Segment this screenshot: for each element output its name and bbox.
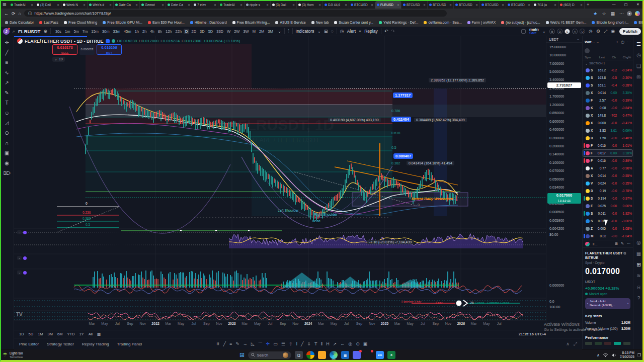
tab-close-icon[interactable]: ✕ [528,3,530,7]
price-pill-2[interactable]: 0.411404 [391,117,411,122]
favorite-tool-icon[interactable]: ╱ [223,341,226,346]
favorite-tool-icon[interactable]: Ⅰ [296,341,297,346]
watchlist-row[interactable]: F 0.017 0.00 3.18% [583,149,633,157]
rail-icon[interactable]: ❏ [636,63,641,69]
buy-button[interactable]: 0.016206BUY [97,44,122,55]
browser-tab[interactable]: (3) Dail ✕ [35,1,61,9]
browser-action-icon[interactable]: ▦ [610,11,615,16]
quick-alert-icon[interactable]: ◷ [589,29,593,34]
pane2-header[interactable]: ⌄ [17,256,27,260]
symbol-search-icon[interactable]: ⌕ [13,29,15,34]
layout-dot[interactable]: B [549,29,555,34]
price-pill-1[interactable]: 1.177317 [393,93,413,98]
wifi-icon[interactable] [603,353,608,357]
favorite-tool-icon[interactable]: ‖ [321,341,323,346]
favorite-tool-icon[interactable]: ✛ [266,341,270,346]
interval-button[interactable]: 2W [232,29,241,34]
interval-button[interactable]: 15m [90,29,100,34]
browser-tab[interactable]: DJI 44,6 ✕ [323,1,349,9]
footer-symbol[interactable]: F... [593,242,597,246]
rail-icon[interactable]: ✉ [636,74,640,80]
notification-center-icon[interactable]: ❐ [637,353,641,357]
tab-close-icon[interactable]: ✕ [475,3,478,7]
tab-close-icon[interactable]: ✕ [371,3,373,7]
watchlist-row[interactable]: S 163.2 -0.2 -0.24% [583,66,633,74]
clock-date[interactable]: 8:15 PM7/10/2025 [620,351,634,359]
tab-close-icon[interactable]: ✕ [188,3,190,7]
bookmark-item[interactable]: Farm | onAVAX [467,21,496,24]
browser-tab[interactable]: Web's # ✕ [88,1,114,9]
interval-button[interactable]: 12h [164,29,174,34]
watchlist-title[interactable]: Wat... [585,40,595,44]
tab-search-icon[interactable]: ▦ [0,2,9,7]
tab-close-icon[interactable]: ✕ [31,3,33,7]
watchlist-row[interactable]: X 0.000 -0.0 -0.41% [583,119,633,127]
layout-dot[interactable]: D [557,29,562,34]
watchlist-row[interactable]: X 0.014 0.00 3.30% [583,89,633,97]
expand-panel-icon[interactable]: ⤢ [574,341,577,347]
rail-icon[interactable]: ◷ [636,52,641,58]
scale-more-icon[interactable]: ⌄ [577,37,580,41]
favorite-tool-icon[interactable]: ≡ [229,341,232,346]
undo-icon[interactable]: ↶ [384,29,388,34]
tab-close-icon[interactable]: ✕ [214,3,216,7]
browser-tab[interactable]: BTCUSD ✕ [454,1,480,9]
symbol-search-button[interactable]: FLRUSDT [18,29,40,34]
bookmark-item[interactable]: Bitcoin, Ethereum, a... [634,21,644,24]
interval-button[interactable]: 8h [156,29,164,34]
news-prev-icon[interactable]: ‹ [587,302,588,306]
browser-tab[interactable]: FLRUSD ✕ [375,1,401,9]
visibility-dot-icon[interactable] [112,39,115,43]
watchlist-row[interactable]: F 2.57 -0.0 -0.39% [583,97,633,104]
drawing-tool-icon[interactable]: ✛ [5,40,9,45]
collapse-panel-icon[interactable]: ∧ [566,341,570,347]
bookmark-item[interactable]: Yield Rankings - Def... [379,21,418,24]
price-scale[interactable]: USDT⌄ 15.00000010.0000007.0000005.000000… [546,36,582,330]
drawing-tool-icon[interactable]: ⊙ [5,130,9,136]
anonymous-icon[interactable]: ◌ [331,29,333,34]
watchlist-row[interactable]: R 1.50 -0.0 -0.46% [583,134,633,142]
checkbox[interactable] [521,29,526,34]
fullscreen-icon[interactable]: ⤢ [604,29,607,34]
layout-dot[interactable]: S [565,29,570,34]
interval-button[interactable]: M [251,29,257,34]
footer-grid-icon[interactable]: ⊞ [615,242,618,246]
watchlist-row[interactable]: S 163.1 -0.4 -0.28% [583,81,633,89]
browser-tab[interactable]: 7 elev ✕ [192,1,218,9]
interval-button[interactable]: 45m [122,29,133,34]
browser-tab[interactable]: Date Ca ✕ [114,1,140,9]
tab-close-icon[interactable]: ✕ [580,3,583,7]
watchlist-row[interactable]: K 0.08 -0.0 -0.84% [583,104,633,112]
range-button[interactable]: All [89,332,93,336]
interval-button[interactable]: W [225,29,232,34]
bookmark-item[interactable]: Free Bitcoin Mining... [232,21,270,24]
maximize-button[interactable]: ▢ [620,0,632,9]
user-avatar[interactable]: J [3,28,10,35]
bookmark-item[interactable]: Suzan Cartier sent y... [334,21,373,24]
address-input[interactable]: ⓘ https://www.tradingview.com/chart/107Y… [24,10,447,17]
site-info-icon[interactable]: ⓘ [28,11,32,16]
tab-close-icon[interactable]: ✕ [449,3,452,7]
drawing-tool-icon[interactable]: ∿ [5,70,9,75]
favorite-tool-icon[interactable]: ✎ [235,341,239,346]
range-button[interactable]: 3M [48,332,53,336]
interval-button[interactable]: D [184,29,189,34]
browser-tab[interactable]: Gemat ✕ [140,1,166,9]
favorite-tool-icon[interactable]: ⠿ [216,341,220,346]
close-button[interactable]: ✕ [632,0,644,9]
watchlist-row[interactable]: F 0.016 -0.0 -1.01% [583,142,633,149]
interval-button[interactable]: 2M [258,29,266,34]
taskbar-app-icon[interactable] [330,351,338,359]
interval-button[interactable]: 3W [242,29,250,34]
interval-button[interactable]: 2h [141,29,148,34]
browser-tab[interactable]: BTCUSD ✕ [349,1,375,9]
footer-more-icon[interactable]: ⋯ [627,242,630,246]
watchlist-row[interactable]: Z 0.005 -0.0 -1.08% [583,225,633,232]
interval-button[interactable]: 3D [198,29,206,34]
news-next-icon[interactable]: › [627,302,628,306]
favorite-tool-icon[interactable]: T [314,341,317,346]
bookmark-item[interactable]: Earn $30 Per Hour... [148,21,185,24]
drawing-tool-icon[interactable]: ☺ [4,110,9,116]
compare-icon[interactable]: ⊕ [43,29,47,34]
browser-action-icon[interactable]: ★ [593,11,597,16]
